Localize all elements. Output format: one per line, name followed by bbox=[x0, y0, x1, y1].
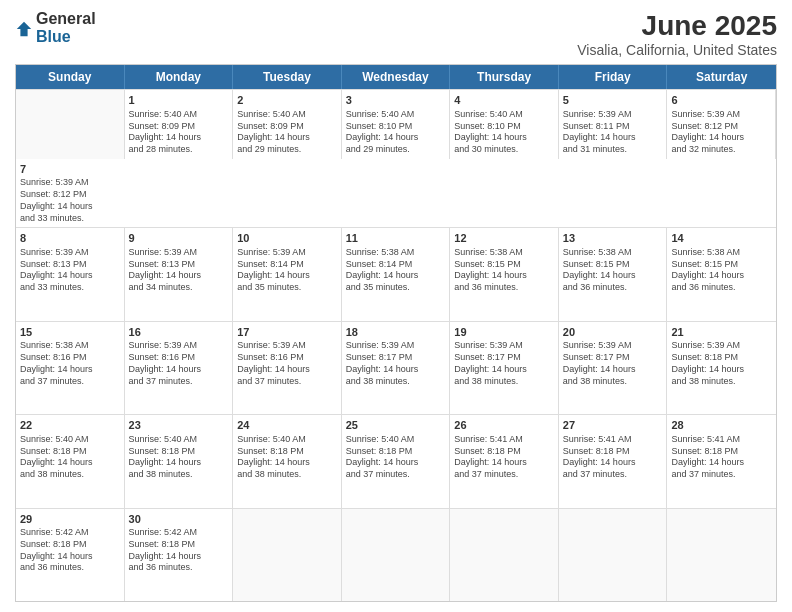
day-number: 24 bbox=[237, 418, 337, 433]
day-number: 6 bbox=[671, 93, 771, 108]
calendar-cell: 8Sunrise: 5:39 AMSunset: 8:13 PMDaylight… bbox=[16, 228, 125, 320]
calendar-cell: 18Sunrise: 5:39 AMSunset: 8:17 PMDayligh… bbox=[342, 322, 451, 414]
day-number: 18 bbox=[346, 325, 446, 340]
calendar-cell: 23Sunrise: 5:40 AMSunset: 8:18 PMDayligh… bbox=[125, 415, 234, 507]
cell-text: Sunrise: 5:38 AMSunset: 8:15 PMDaylight:… bbox=[454, 247, 554, 294]
cell-text: Sunrise: 5:39 AMSunset: 8:13 PMDaylight:… bbox=[20, 247, 120, 294]
day-number: 28 bbox=[671, 418, 772, 433]
calendar-cell: 13Sunrise: 5:38 AMSunset: 8:15 PMDayligh… bbox=[559, 228, 668, 320]
cell-text: Sunrise: 5:39 AMSunset: 8:11 PMDaylight:… bbox=[563, 109, 663, 156]
cell-text: Sunrise: 5:38 AMSunset: 8:14 PMDaylight:… bbox=[346, 247, 446, 294]
calendar-cell bbox=[233, 509, 342, 601]
header: General Blue June 2025 Visalia, Californ… bbox=[15, 10, 777, 58]
cell-text: Sunrise: 5:39 AMSunset: 8:17 PMDaylight:… bbox=[346, 340, 446, 387]
cell-text: Sunrise: 5:39 AMSunset: 8:13 PMDaylight:… bbox=[129, 247, 229, 294]
cell-text: Sunrise: 5:40 AMSunset: 8:09 PMDaylight:… bbox=[237, 109, 337, 156]
title-block: June 2025 Visalia, California, United St… bbox=[577, 10, 777, 58]
day-number: 3 bbox=[346, 93, 446, 108]
day-number: 27 bbox=[563, 418, 663, 433]
calendar-cell bbox=[559, 509, 668, 601]
calendar-cell: 17Sunrise: 5:39 AMSunset: 8:16 PMDayligh… bbox=[233, 322, 342, 414]
day-number: 26 bbox=[454, 418, 554, 433]
day-number: 30 bbox=[129, 512, 229, 527]
calendar-cell: 21Sunrise: 5:39 AMSunset: 8:18 PMDayligh… bbox=[667, 322, 776, 414]
calendar-cell: 5Sunrise: 5:39 AMSunset: 8:11 PMDaylight… bbox=[559, 90, 668, 159]
logo-blue: Blue bbox=[36, 28, 96, 46]
calendar-body: 1Sunrise: 5:40 AMSunset: 8:09 PMDaylight… bbox=[16, 89, 776, 601]
day-number: 4 bbox=[454, 93, 554, 108]
day-number: 7 bbox=[20, 162, 121, 177]
day-number: 23 bbox=[129, 418, 229, 433]
calendar-cell bbox=[667, 509, 776, 601]
day-number: 29 bbox=[20, 512, 120, 527]
calendar-cell: 6Sunrise: 5:39 AMSunset: 8:12 PMDaylight… bbox=[667, 90, 776, 159]
day-number: 1 bbox=[129, 93, 229, 108]
cell-text: Sunrise: 5:40 AMSunset: 8:09 PMDaylight:… bbox=[129, 109, 229, 156]
calendar-cell: 30Sunrise: 5:42 AMSunset: 8:18 PMDayligh… bbox=[125, 509, 234, 601]
calendar-header-cell: Friday bbox=[559, 65, 668, 89]
calendar-cell bbox=[342, 509, 451, 601]
day-number: 13 bbox=[563, 231, 663, 246]
calendar-cell: 3Sunrise: 5:40 AMSunset: 8:10 PMDaylight… bbox=[342, 90, 451, 159]
calendar-cell: 9Sunrise: 5:39 AMSunset: 8:13 PMDaylight… bbox=[125, 228, 234, 320]
cell-text: Sunrise: 5:41 AMSunset: 8:18 PMDaylight:… bbox=[671, 434, 772, 481]
day-number: 16 bbox=[129, 325, 229, 340]
cell-text: Sunrise: 5:42 AMSunset: 8:18 PMDaylight:… bbox=[129, 527, 229, 574]
calendar-cell: 10Sunrise: 5:39 AMSunset: 8:14 PMDayligh… bbox=[233, 228, 342, 320]
cell-text: Sunrise: 5:40 AMSunset: 8:18 PMDaylight:… bbox=[20, 434, 120, 481]
day-number: 15 bbox=[20, 325, 120, 340]
calendar-header-cell: Wednesday bbox=[342, 65, 451, 89]
cell-text: Sunrise: 5:40 AMSunset: 8:18 PMDaylight:… bbox=[129, 434, 229, 481]
day-number: 25 bbox=[346, 418, 446, 433]
calendar-cell: 2Sunrise: 5:40 AMSunset: 8:09 PMDaylight… bbox=[233, 90, 342, 159]
cell-text: Sunrise: 5:40 AMSunset: 8:18 PMDaylight:… bbox=[237, 434, 337, 481]
cell-text: Sunrise: 5:38 AMSunset: 8:15 PMDaylight:… bbox=[563, 247, 663, 294]
cell-text: Sunrise: 5:38 AMSunset: 8:15 PMDaylight:… bbox=[671, 247, 772, 294]
calendar-row: 15Sunrise: 5:38 AMSunset: 8:16 PMDayligh… bbox=[16, 321, 776, 414]
cell-text: Sunrise: 5:39 AMSunset: 8:18 PMDaylight:… bbox=[671, 340, 772, 387]
day-number: 2 bbox=[237, 93, 337, 108]
calendar-cell: 14Sunrise: 5:38 AMSunset: 8:15 PMDayligh… bbox=[667, 228, 776, 320]
day-number: 11 bbox=[346, 231, 446, 246]
day-number: 10 bbox=[237, 231, 337, 246]
day-number: 9 bbox=[129, 231, 229, 246]
page: General Blue June 2025 Visalia, Californ… bbox=[0, 0, 792, 612]
svg-marker-0 bbox=[17, 21, 31, 35]
day-number: 21 bbox=[671, 325, 772, 340]
calendar-row: 1Sunrise: 5:40 AMSunset: 8:09 PMDaylight… bbox=[16, 89, 776, 227]
day-number: 8 bbox=[20, 231, 120, 246]
calendar: SundayMondayTuesdayWednesdayThursdayFrid… bbox=[15, 64, 777, 602]
logo: General Blue bbox=[15, 10, 96, 45]
day-number: 12 bbox=[454, 231, 554, 246]
calendar-header-cell: Saturday bbox=[667, 65, 776, 89]
calendar-cell: 11Sunrise: 5:38 AMSunset: 8:14 PMDayligh… bbox=[342, 228, 451, 320]
calendar-cell: 22Sunrise: 5:40 AMSunset: 8:18 PMDayligh… bbox=[16, 415, 125, 507]
day-number: 17 bbox=[237, 325, 337, 340]
calendar-cell: 7Sunrise: 5:39 AMSunset: 8:12 PMDaylight… bbox=[16, 159, 125, 228]
calendar-cell: 29Sunrise: 5:42 AMSunset: 8:18 PMDayligh… bbox=[16, 509, 125, 601]
calendar-cell: 19Sunrise: 5:39 AMSunset: 8:17 PMDayligh… bbox=[450, 322, 559, 414]
cell-text: Sunrise: 5:42 AMSunset: 8:18 PMDaylight:… bbox=[20, 527, 120, 574]
subtitle: Visalia, California, United States bbox=[577, 42, 777, 58]
day-number: 5 bbox=[563, 93, 663, 108]
calendar-header-cell: Monday bbox=[125, 65, 234, 89]
day-number: 14 bbox=[671, 231, 772, 246]
calendar-cell: 27Sunrise: 5:41 AMSunset: 8:18 PMDayligh… bbox=[559, 415, 668, 507]
cell-text: Sunrise: 5:40 AMSunset: 8:10 PMDaylight:… bbox=[454, 109, 554, 156]
cell-text: Sunrise: 5:39 AMSunset: 8:16 PMDaylight:… bbox=[129, 340, 229, 387]
calendar-header-cell: Tuesday bbox=[233, 65, 342, 89]
cell-text: Sunrise: 5:39 AMSunset: 8:12 PMDaylight:… bbox=[20, 177, 121, 224]
calendar-cell: 16Sunrise: 5:39 AMSunset: 8:16 PMDayligh… bbox=[125, 322, 234, 414]
logo-general: General bbox=[36, 10, 96, 28]
calendar-cell: 20Sunrise: 5:39 AMSunset: 8:17 PMDayligh… bbox=[559, 322, 668, 414]
cell-text: Sunrise: 5:39 AMSunset: 8:12 PMDaylight:… bbox=[671, 109, 771, 156]
cell-text: Sunrise: 5:39 AMSunset: 8:16 PMDaylight:… bbox=[237, 340, 337, 387]
cell-text: Sunrise: 5:39 AMSunset: 8:14 PMDaylight:… bbox=[237, 247, 337, 294]
calendar-header-cell: Thursday bbox=[450, 65, 559, 89]
calendar-cell: 1Sunrise: 5:40 AMSunset: 8:09 PMDaylight… bbox=[125, 90, 234, 159]
cell-text: Sunrise: 5:40 AMSunset: 8:10 PMDaylight:… bbox=[346, 109, 446, 156]
calendar-cell: 4Sunrise: 5:40 AMSunset: 8:10 PMDaylight… bbox=[450, 90, 559, 159]
calendar-header: SundayMondayTuesdayWednesdayThursdayFrid… bbox=[16, 65, 776, 89]
calendar-cell: 26Sunrise: 5:41 AMSunset: 8:18 PMDayligh… bbox=[450, 415, 559, 507]
cell-text: Sunrise: 5:38 AMSunset: 8:16 PMDaylight:… bbox=[20, 340, 120, 387]
